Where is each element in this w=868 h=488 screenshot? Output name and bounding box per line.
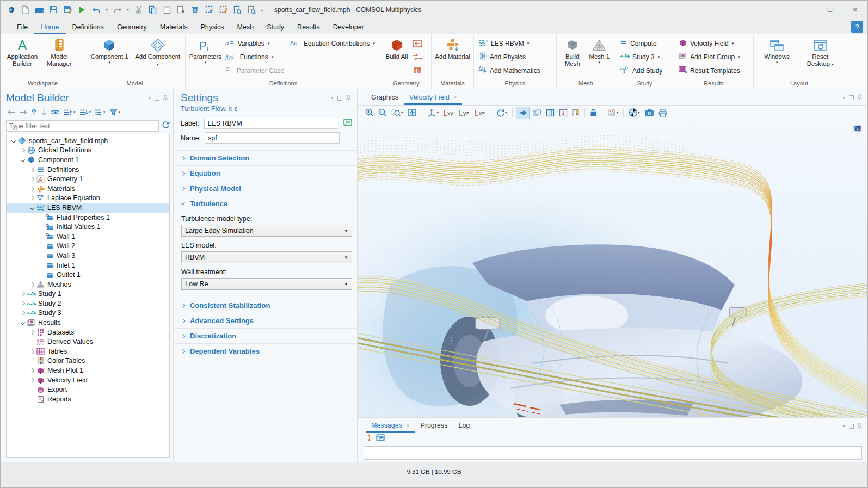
label-field-input[interactable] bbox=[204, 118, 338, 129]
tree-item[interactable]: DFluid Properties 1 bbox=[7, 213, 169, 223]
tab-velocity-field[interactable]: Velocity Field× bbox=[404, 90, 462, 105]
component-1-button[interactable]: Component 1 ▾ bbox=[88, 36, 131, 65]
tab-results[interactable]: Results bbox=[291, 21, 327, 34]
add-component-button[interactable]: Add Component ▾ bbox=[134, 36, 181, 67]
redo-button[interactable] bbox=[110, 3, 124, 16]
rebuild-button[interactable]: ▾ bbox=[410, 50, 424, 64]
show-icon[interactable] bbox=[50, 106, 61, 118]
copy-button[interactable] bbox=[146, 3, 159, 16]
graphics-viewport[interactable] bbox=[358, 120, 867, 417]
tree-item[interactable]: Velocity Field bbox=[7, 375, 169, 385]
tab-geometry[interactable]: Geometry bbox=[110, 21, 153, 34]
tab-definitions[interactable]: Definitions bbox=[66, 21, 110, 34]
tree-item[interactable]: Export bbox=[7, 385, 169, 394]
select-box-button[interactable] bbox=[202, 3, 216, 16]
functions-button[interactable]: f(x) Functions▾ bbox=[224, 50, 287, 64]
study-3-button[interactable]: Study 3▾ bbox=[618, 50, 666, 64]
tree-item[interactable]: Global Definitions bbox=[7, 146, 169, 156]
tab-log[interactable]: Log bbox=[453, 418, 475, 433]
scene-light-icon[interactable] bbox=[516, 107, 530, 119]
tree-item[interactable]: Tables bbox=[7, 347, 169, 356]
section-advanced-settings[interactable]: Advanced Settings bbox=[174, 313, 357, 328]
tree-item[interactable]: Meshes bbox=[7, 280, 169, 289]
new-file-button[interactable] bbox=[19, 3, 32, 16]
variables-button[interactable]: a= Variables▾ bbox=[224, 36, 287, 50]
section-equation[interactable]: Equation bbox=[174, 165, 357, 181]
close-button[interactable]: × bbox=[842, 1, 867, 18]
zoom-in-icon[interactable] bbox=[364, 107, 375, 119]
section-physical-model[interactable]: Physical Model bbox=[174, 181, 357, 196]
snapshot-icon[interactable] bbox=[643, 107, 656, 119]
tab-physics[interactable]: Physics bbox=[194, 21, 230, 34]
tab-home[interactable]: Home bbox=[34, 21, 65, 34]
color-legend-icon[interactable] bbox=[570, 107, 581, 119]
maximize-button[interactable]: □ bbox=[817, 1, 842, 18]
tree-item[interactable]: DInitial Values 1 bbox=[7, 222, 169, 232]
reset-desktop-button[interactable]: Reset Desktop ▾ bbox=[802, 36, 838, 67]
show-grid-icon[interactable] bbox=[544, 107, 556, 119]
plot-dataset-corner-icon[interactable] bbox=[853, 125, 862, 135]
tree-item[interactable]: Study 3 bbox=[7, 308, 169, 318]
tree-item[interactable]: ✳LES RBVM bbox=[7, 203, 169, 213]
zoom-extents-icon[interactable] bbox=[406, 107, 418, 119]
tree-item[interactable]: ²Laplace Equation bbox=[7, 194, 169, 203]
run-button[interactable] bbox=[75, 3, 89, 16]
panel-menu-icon[interactable]: ▾ bbox=[148, 95, 151, 101]
save-as-button[interactable] bbox=[61, 3, 75, 16]
panel-pin-icon[interactable] bbox=[163, 95, 168, 102]
tree-item[interactable]: DWall 1 bbox=[7, 232, 169, 242]
panel-float-icon[interactable] bbox=[849, 95, 854, 100]
equation-contributions-button[interactable]: Δu Equation Contributions▾ bbox=[288, 36, 378, 50]
tree-item[interactable]: 8.85e-12Derived Values bbox=[7, 337, 169, 347]
back-arrow-icon[interactable] bbox=[6, 106, 16, 118]
tab-progress[interactable]: Progress bbox=[415, 418, 453, 433]
section-turbulence[interactable]: Turbulence bbox=[174, 196, 357, 211]
tab-file[interactable]: File bbox=[10, 21, 34, 34]
save-button[interactable] bbox=[47, 3, 60, 16]
add-plot-group-button[interactable]: Add Plot Group▾ bbox=[677, 50, 743, 64]
wall-treatment-select[interactable]: Low Re▼ bbox=[181, 278, 352, 290]
collapse-all-icon[interactable]: ▾ bbox=[63, 106, 77, 118]
les-model-select[interactable]: RBVM▼ bbox=[181, 251, 352, 263]
rotate-view-icon[interactable]: ▾ bbox=[495, 107, 509, 119]
add-material-button[interactable]: Add Material bbox=[435, 36, 471, 60]
duplicate-button[interactable] bbox=[174, 3, 188, 16]
tree-item[interactable]: Study 2 bbox=[7, 299, 169, 308]
undo-button[interactable] bbox=[89, 3, 103, 16]
tree-item[interactable]: AGeometry 1 bbox=[7, 174, 169, 184]
add-study-button[interactable]: Add Study bbox=[618, 64, 666, 77]
tree-item[interactable]: Wall 2 bbox=[7, 242, 169, 251]
tab-materials[interactable]: Materials bbox=[153, 21, 194, 34]
zoom-box-icon[interactable]: ▾ bbox=[390, 107, 405, 119]
section-consistent-stabilization[interactable]: Consistent Stabilization bbox=[174, 298, 357, 313]
open-message-window-icon[interactable] bbox=[376, 434, 385, 444]
tree-item[interactable]: Reports bbox=[7, 394, 169, 404]
undo-dropdown[interactable]: ▾ bbox=[103, 7, 110, 12]
import-geometry-button[interactable] bbox=[410, 36, 424, 50]
velocity-field-button[interactable]: Velocity Field▾ bbox=[677, 36, 743, 50]
windows-button[interactable]: Windows ▾ bbox=[760, 36, 794, 65]
panel-menu-icon[interactable]: ▾ bbox=[842, 424, 845, 429]
tree-item[interactable]: Definitions bbox=[7, 165, 169, 175]
result-templates-button[interactable]: Result Templates bbox=[677, 64, 743, 77]
close-tab-icon[interactable]: × bbox=[406, 422, 409, 429]
tab-mesh[interactable]: Mesh bbox=[231, 21, 261, 34]
panel-pin-icon[interactable] bbox=[858, 423, 862, 430]
section-discretization[interactable]: Discretization bbox=[174, 328, 357, 343]
tree-item[interactable]: Materials bbox=[7, 184, 169, 194]
panel-pin-icon[interactable] bbox=[858, 94, 862, 101]
color-theme-icon[interactable]: ▾ bbox=[606, 107, 620, 119]
zoom-out-icon[interactable] bbox=[377, 107, 389, 119]
expand-all-icon[interactable]: ▾ bbox=[78, 106, 93, 118]
clear-messages-icon[interactable] bbox=[365, 434, 372, 444]
tree-item[interactable]: Outlet 1 bbox=[7, 270, 169, 280]
application-builder-button[interactable]: A Application Builder bbox=[4, 36, 40, 67]
turbulence-model-type-select[interactable]: Large Eddy Simulation▼ bbox=[181, 225, 352, 237]
lock-view-icon[interactable] bbox=[588, 107, 599, 119]
toolbar-overflow-chevron[interactable]: ⌄ bbox=[259, 7, 266, 13]
tree-item[interactable]: Component 1 bbox=[7, 155, 169, 165]
view-xy-icon[interactable]: xy bbox=[441, 107, 456, 119]
name-field-input[interactable] bbox=[205, 132, 340, 144]
panel-float-icon[interactable] bbox=[155, 96, 159, 101]
transparency-icon[interactable] bbox=[531, 107, 543, 119]
